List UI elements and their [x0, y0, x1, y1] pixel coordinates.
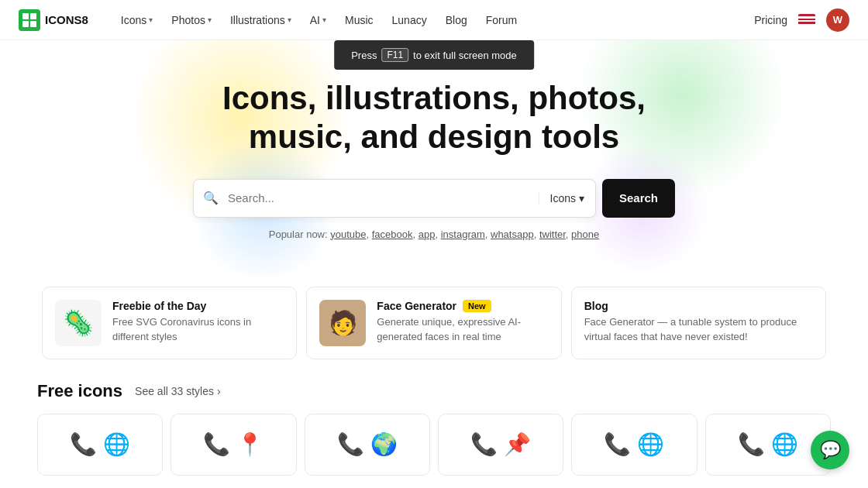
section-title: Free icons	[37, 381, 122, 401]
hero-title-line1: Icons, illustrations, photos,	[222, 80, 646, 116]
logo-icon	[19, 9, 40, 31]
card-description: Face Generator — a tunable system to pro…	[584, 315, 813, 345]
section-header: Free icons See all 33 styles ›	[37, 381, 831, 401]
icon-emoji: 📍	[236, 431, 264, 457]
svg-rect-3	[30, 21, 36, 27]
feature-card-freebie[interactable]: 🦠Freebie of the DayFree SVG Coronavirus …	[42, 287, 297, 359]
chevron-down-icon: ▾	[322, 15, 326, 24]
icon-card-3[interactable]: 📞📌	[438, 414, 563, 476]
icon-emoji: 🌍	[370, 431, 398, 457]
card-title: Blog	[584, 300, 813, 312]
free-icons-section: Free icons See all 33 styles › 📞🌐📞📍📞🌍📞📌📞…	[0, 381, 868, 476]
toast-text-before: Press	[351, 50, 377, 61]
feature-card-face-generator[interactable]: 🧑Face GeneratorNewGenerate unique, expre…	[306, 287, 561, 359]
search-button[interactable]: Search	[602, 179, 675, 218]
search-container: 🔍 Icons ▾ Search	[0, 179, 868, 218]
nav-link-icons[interactable]: Icons▾	[113, 9, 160, 31]
nav-link-forum[interactable]: Forum	[478, 9, 525, 31]
hero-title-line2: music, and design tools	[249, 119, 619, 155]
search-category-label: Icons	[550, 192, 576, 204]
toast-text-after: to exit full screen mode	[413, 50, 517, 61]
popular-link-phone[interactable]: phone	[571, 229, 599, 240]
logo[interactable]: ICONS8	[19, 9, 88, 31]
icon-emoji: 🌐	[103, 431, 130, 457]
popular-link-instagram[interactable]: instagram	[441, 229, 485, 240]
icon-emoji: 📌	[504, 431, 531, 457]
search-input[interactable]	[228, 191, 539, 204]
popular-link-facebook[interactable]: facebook	[372, 229, 413, 240]
popular-link-twitter[interactable]: twitter	[539, 229, 566, 240]
icon-emoji: 📞	[604, 431, 631, 457]
chat-button[interactable]: 💬	[811, 431, 849, 469]
feature-card-blog[interactable]: BlogFace Generator — a tunable system to…	[571, 287, 826, 359]
icon-emoji: 📞	[337, 431, 364, 457]
chevron-right-icon: ›	[217, 385, 221, 397]
card-content: Face GeneratorNewGenerate unique, expres…	[377, 300, 548, 345]
language-flag[interactable]	[798, 14, 815, 26]
chevron-down-icon: ▾	[149, 15, 153, 24]
icon-emoji: 📞	[70, 431, 97, 457]
card-title: Freebie of the Day	[112, 300, 284, 312]
chat-icon: 💬	[820, 440, 841, 460]
card-description: Free SVG Coronavirus icons in different …	[112, 315, 284, 345]
popular-now: Popular now: youtube, facebook, app, ins…	[0, 229, 868, 240]
toast-key: F11	[381, 48, 408, 62]
popular-link-whatsapp[interactable]: whatsapp	[491, 229, 534, 240]
chevron-down-icon: ▾	[288, 15, 291, 24]
icon-cards-grid: 📞🌐📞📍📞🌍📞📌📞🌐📞🌐	[37, 414, 831, 476]
icon-emoji: 📞	[203, 431, 230, 457]
icon-emoji: 🌐	[637, 431, 664, 457]
nav-link-lunacy[interactable]: Lunacy	[384, 9, 435, 31]
icon-card-1[interactable]: 📞📍	[170, 414, 296, 476]
fullscreen-toast: Press F11 to exit full screen mode	[334, 40, 534, 70]
hero-title: Icons, illustrations, photos, music, and…	[202, 79, 666, 157]
feature-cards: 🦠Freebie of the DayFree SVG Coronavirus …	[0, 287, 868, 381]
pricing-link[interactable]: Pricing	[754, 14, 787, 26]
card-content: BlogFace Generator — a tunable system to…	[584, 300, 813, 345]
icon-emoji: 📞	[470, 431, 498, 457]
icon-card-0[interactable]: 📞🌐	[37, 414, 163, 476]
search-bar: 🔍 Icons ▾	[193, 179, 596, 218]
nav-link-blog[interactable]: Blog	[438, 9, 475, 31]
nav-link-photos[interactable]: Photos▾	[164, 9, 219, 31]
chevron-down-icon: ▾	[579, 192, 584, 204]
icon-card-4[interactable]: 📞🌐	[571, 414, 697, 476]
icon-card-2[interactable]: 📞🌍	[305, 414, 430, 476]
popular-label: Popular now:	[269, 229, 328, 240]
chevron-down-icon: ▾	[208, 15, 212, 24]
hero-section: Icons, illustrations, photos, music, and…	[0, 40, 868, 287]
icon-emoji: 🌐	[771, 431, 798, 457]
card-title: Face GeneratorNew	[377, 300, 548, 312]
nav-link-ai[interactable]: AI▾	[302, 9, 334, 31]
user-avatar[interactable]: W	[826, 9, 849, 32]
hero-background	[0, 40, 868, 287]
nav-links: Icons▾Photos▾Illustrations▾AI▾MusicLunac…	[113, 9, 754, 31]
svg-rect-2	[22, 21, 29, 27]
svg-rect-1	[30, 13, 36, 19]
card-content: Freebie of the DayFree SVG Coronavirus i…	[112, 300, 284, 345]
logo-text: ICONS8	[45, 13, 88, 26]
nav-right: Pricing W	[754, 9, 849, 32]
popular-link-app[interactable]: app	[418, 229, 436, 240]
nav-link-music[interactable]: Music	[337, 9, 381, 31]
icon-emoji: 📞	[738, 431, 765, 457]
card-description: Generate unique, expressive AI-generated…	[377, 315, 548, 345]
search-category-dropdown[interactable]: Icons ▾	[539, 192, 595, 204]
see-all-link[interactable]: See all 33 styles ›	[135, 385, 221, 397]
navbar: ICONS8 Icons▾Photos▾Illustrations▾AI▾Mus…	[0, 0, 868, 40]
popular-link-youtube[interactable]: youtube	[330, 229, 366, 240]
card-thumb: 🦠	[55, 300, 102, 346]
nav-link-illustrations[interactable]: Illustrations▾	[222, 9, 299, 31]
popular-links: youtube, facebook, app, instagram, whats…	[330, 229, 599, 240]
svg-rect-0	[22, 13, 29, 19]
search-icon: 🔍	[194, 191, 228, 205]
badge-new: New	[463, 300, 491, 312]
card-thumb: 🧑	[319, 300, 366, 346]
